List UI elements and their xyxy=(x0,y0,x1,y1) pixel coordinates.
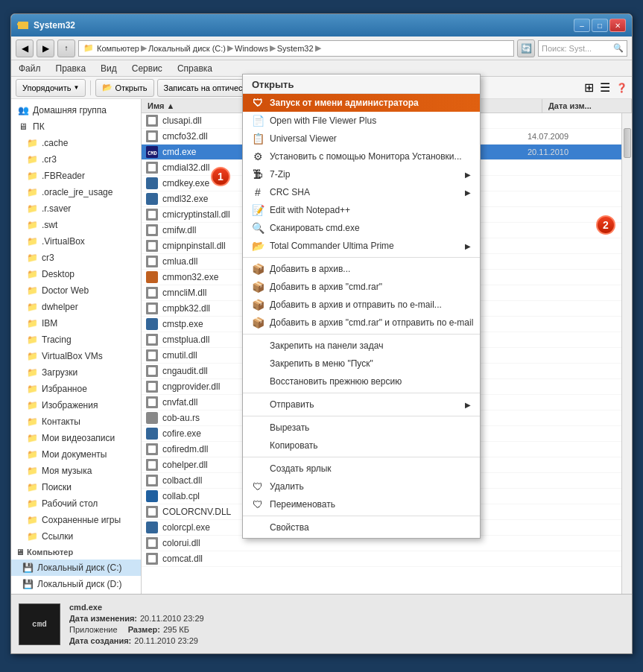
sidebar-item-rsaver[interactable]: 📁 .r.saver xyxy=(11,200,141,217)
status-bar: cmd cmd.exe Дата изменения: 20.11.2010 2… xyxy=(11,594,632,653)
context-menu-fileviewer[interactable]: 📄 Open with File Viewer Plus xyxy=(243,112,480,130)
menu-help[interactable]: Справка xyxy=(174,62,215,75)
context-menu-install[interactable]: ⚙ Установить с помощью Монитора Установк… xyxy=(243,148,480,165)
sidebar-item-doctorweb[interactable]: 📁 Doctor Web xyxy=(11,282,141,299)
sidebar-item-music[interactable]: 📁 Моя музыка xyxy=(11,463,141,479)
context-menu-addarchive[interactable]: 📦 Добавить в архив... xyxy=(243,260,480,278)
file-row-comcat[interactable]: comcat.dll xyxy=(142,551,621,567)
cut-icon xyxy=(252,422,264,434)
context-menu-addcmdraremail[interactable]: 📦 Добавить в архив "cmd.rar" и отправить… xyxy=(243,314,480,332)
context-menu-run-as-admin[interactable]: 🛡 Запуск от имени администратора xyxy=(243,94,480,112)
exe-icon: CMD xyxy=(146,146,158,158)
context-menu-send[interactable]: Отправить ▶ xyxy=(243,396,480,413)
context-sep-4 xyxy=(243,416,480,416)
context-menu-delete[interactable]: 🛡 Удалить xyxy=(243,478,480,495)
status-type-row: Приложение Размер: 295 КБ xyxy=(69,625,204,634)
menu-edit[interactable]: Правка xyxy=(53,62,89,75)
context-menu-pin-start[interactable]: Закрепить в меню "Пуск" xyxy=(243,355,480,373)
sidebar-item-swt[interactable]: 📁 .swt xyxy=(11,217,141,233)
dll-icon xyxy=(146,381,158,393)
context-menu-universal[interactable]: 📋 Universal Viewer xyxy=(243,130,480,148)
sidebar-item-videos[interactable]: 📁 Мои видеозаписи xyxy=(11,430,141,446)
universal-icon: 📋 xyxy=(252,133,264,145)
sidebar-item-docs[interactable]: 📁 Мои документы xyxy=(11,446,141,463)
organize-button[interactable]: Упорядочить ▼ xyxy=(16,79,86,97)
sidebar-item-oracle[interactable]: 📁 .oracle_jre_usage xyxy=(11,184,141,200)
view-list[interactable]: ☰ xyxy=(600,80,610,95)
sidebar-item-searches[interactable]: 📁 Поиски xyxy=(11,479,141,495)
sidebar-item-ibm[interactable]: 📁 IBM xyxy=(11,315,141,332)
sidebar-item-virtualbox-hidden[interactable]: 📁 .VirtualBox xyxy=(11,233,141,250)
address-bar: ◀ ▶ ↑ 📁 Компьютер ▶ Локальный диск (C:) … xyxy=(11,37,632,60)
sidebar-item-downloads[interactable]: 📁 Загрузки xyxy=(11,364,141,381)
sidebar-item-drive-c[interactable]: 💾 Локальный диск (C:) xyxy=(11,560,141,576)
refresh-button[interactable]: 🔄 xyxy=(517,39,535,57)
minimize-button[interactable]: – xyxy=(574,19,590,32)
dll-icon xyxy=(146,302,158,314)
sidebar-item-fbreader[interactable]: 📁 .FBReader xyxy=(11,168,141,184)
forward-button[interactable]: ▶ xyxy=(37,39,54,57)
close-button[interactable]: ✕ xyxy=(609,19,626,32)
sidebar-item-dwhelper[interactable]: 📁 dwhelper xyxy=(11,299,141,315)
sidebar-item-contacts[interactable]: 📁 Контакты xyxy=(11,413,141,430)
view-toggle[interactable]: ⊞ xyxy=(584,80,594,95)
sidebar-item-cr3a[interactable]: 📁 .cr3 xyxy=(11,151,141,168)
drive-d-icon: 💾 xyxy=(22,578,34,590)
sidebar-item-homegroup[interactable]: 👥 Домашняя группа xyxy=(11,102,141,118)
menu-file[interactable]: Файл xyxy=(16,62,44,75)
context-menu-totalcmd[interactable]: 📂 Total Commander Ultima Prime ▶ xyxy=(243,237,480,255)
context-menu-7zip[interactable]: 🗜 7-Zip ▶ xyxy=(243,165,480,183)
context-menu-shortcut[interactable]: Создать ярлык xyxy=(243,460,480,478)
context-sep-6 xyxy=(243,516,480,516)
open-button[interactable]: 📂 Открыть xyxy=(95,79,153,97)
sidebar-item-saved-games[interactable]: 📁 Сохраненные игры xyxy=(11,512,141,528)
search-icon: 🔍 xyxy=(613,43,624,53)
docs-folder-icon: 📁 xyxy=(26,448,38,460)
shortcut-icon xyxy=(252,463,264,475)
submenu-arrow3: ▶ xyxy=(465,242,471,250)
sidebar-item-images[interactable]: 📁 Изображения xyxy=(11,397,141,413)
favorites-folder-icon: 📁 xyxy=(26,383,38,395)
dll-icon xyxy=(146,256,158,267)
search-box[interactable]: Поиск: Syst... 🔍 xyxy=(538,40,627,57)
context-menu-restore[interactable]: Восстановить прежнюю версию xyxy=(243,373,480,390)
context-menu-cut[interactable]: Вырезать xyxy=(243,419,480,437)
sidebar-item-desktop[interactable]: 📁 Desktop xyxy=(11,266,141,282)
sidebar-item-links[interactable]: 📁 Ссылки xyxy=(11,528,141,545)
sidebar-item-drive-d[interactable]: 💾 Локальный диск (D:) xyxy=(11,576,141,592)
context-menu-crcsha[interactable]: # CRC SHA ▶ xyxy=(243,183,480,201)
context-menu-properties[interactable]: Свойства xyxy=(243,519,480,536)
svg-rect-2 xyxy=(17,23,22,25)
status-size-label: Размер: xyxy=(128,625,160,634)
menu-service[interactable]: Сервис xyxy=(129,62,165,75)
swt-folder-icon: 📁 xyxy=(26,219,38,231)
sidebar-item-pc[interactable]: 🖥 ПК xyxy=(11,118,141,135)
context-menu-scan[interactable]: 🔍 Сканировать cmd.exe xyxy=(243,219,480,237)
context-menu-addcmdrar[interactable]: 📦 Добавить в архив "cmd.rar" xyxy=(243,278,480,296)
cache-folder-icon: 📁 xyxy=(26,137,38,149)
vertical-scrollbar[interactable] xyxy=(621,113,632,594)
sidebar-item-rdeskop[interactable]: 📁 Рабочий стол xyxy=(11,495,141,512)
context-menu-notepad[interactable]: 📝 Edit with Notepad++ xyxy=(243,201,480,219)
back-button[interactable]: ◀ xyxy=(16,39,34,57)
dll-icon xyxy=(146,115,158,127)
address-path[interactable]: 📁 Компьютер ▶ Локальный диск (C:) ▶ Wind… xyxy=(78,40,514,57)
dll-icon xyxy=(146,287,158,299)
help-icon[interactable]: ❓ xyxy=(616,83,627,93)
sidebar-item-favorites[interactable]: 📁 Избранное xyxy=(11,381,141,397)
menu-view[interactable]: Вид xyxy=(98,62,120,75)
context-menu-copy[interactable]: Копировать xyxy=(243,437,480,454)
sidebar-item-cr3b[interactable]: 📁 cr3 xyxy=(11,250,141,266)
scrollbar-thumb[interactable] xyxy=(624,128,631,158)
context-menu-rename[interactable]: 🛡 Переименовать xyxy=(243,495,480,513)
sidebar-item-cache[interactable]: 📁 .cache xyxy=(11,135,141,151)
maximize-button[interactable]: □ xyxy=(592,19,608,32)
context-menu-addarchiveemail[interactable]: 📦 Добавить в архив и отправить по e-mail… xyxy=(243,296,480,314)
col-date[interactable]: Дата изм... xyxy=(542,99,632,112)
svg-text:CMD: CMD xyxy=(148,150,157,156)
up-button[interactable]: ↑ xyxy=(57,39,75,57)
status-type: Приложение xyxy=(69,625,118,634)
sidebar-item-tracing[interactable]: 📁 Tracing xyxy=(11,332,141,348)
context-menu-pin-taskbar[interactable]: Закрепить на панели задач xyxy=(243,337,480,355)
sidebar-item-vboxvms[interactable]: 📁 VirtualBox VMs xyxy=(11,348,141,364)
